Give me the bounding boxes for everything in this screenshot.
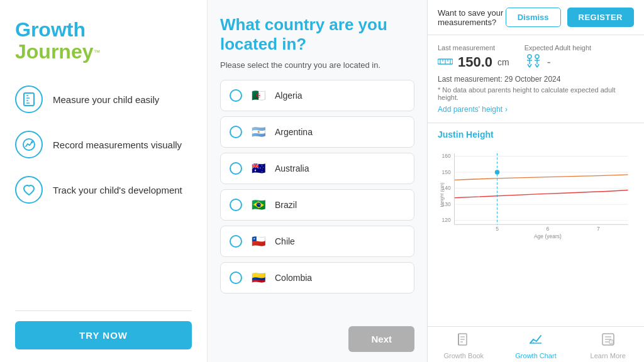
logo-journey: Journey xyxy=(15,40,93,63)
growth-chart-icon xyxy=(528,332,543,351)
logo-growth: Growth xyxy=(15,19,192,41)
logo-tm: ™ xyxy=(93,48,100,56)
measurement-card: Last measurement 150.0 cm xyxy=(428,35,644,123)
country-name-brazil: Brazil xyxy=(275,200,297,210)
record-icon xyxy=(15,131,43,158)
right-panel: Want to save your measurements? Dismiss … xyxy=(428,0,644,362)
flag-colombia: 🇨🇴 xyxy=(250,269,267,287)
middle-footer: Next xyxy=(220,317,414,362)
svg-text:120: 120 xyxy=(442,217,451,223)
track-icon xyxy=(15,176,43,204)
measurement-date: Last measurement: 29 October 2024 xyxy=(438,75,634,84)
svg-line-17 xyxy=(528,64,530,67)
country-list: 🇩🇿 Algeria 🇦🇷 Argentina 🇦🇺 Australia 🇧🇷 … xyxy=(220,80,414,317)
svg-line-18 xyxy=(530,64,531,67)
growth-book-icon xyxy=(456,332,471,351)
left-panel: Growth Journey™ Measure your child easil… xyxy=(0,0,208,362)
try-now-button[interactable]: TRY NOW xyxy=(15,321,192,349)
feature-track-text: Track your child's development xyxy=(53,185,182,195)
bottom-nav: Growth Book Growth Chart i xyxy=(428,326,644,362)
add-parents-link[interactable]: Add parents' height › xyxy=(438,105,634,114)
adults-icon xyxy=(525,54,542,71)
svg-text:5: 5 xyxy=(496,226,499,232)
nav-growth-chart[interactable]: Growth Chart xyxy=(500,332,572,359)
dismiss-button[interactable]: Dismiss xyxy=(506,8,561,27)
growth-chart-svg: 160 150 140 130 120 Height (cm) 5 6 7 Ag… xyxy=(438,145,634,245)
register-button[interactable]: REGISTER xyxy=(567,8,634,27)
add-parents-text: Add parents' height xyxy=(438,105,502,114)
svg-line-22 xyxy=(535,64,537,67)
country-item-chile[interactable]: 🇨🇱 Chile xyxy=(220,226,414,257)
country-radio-chile[interactable] xyxy=(230,235,242,248)
save-bar-text: Want to save your measurements? xyxy=(438,8,506,27)
flag-algeria: 🇩🇿 xyxy=(250,87,267,104)
country-name-chile: Chile xyxy=(275,236,295,246)
country-item-argentina[interactable]: 🇦🇷 Argentina xyxy=(220,116,414,148)
country-radio-colombia[interactable] xyxy=(230,272,242,284)
expected-height-value-row: - xyxy=(525,54,591,71)
svg-text:150: 150 xyxy=(442,169,451,175)
country-name-algeria: Algeria xyxy=(275,90,303,101)
growth-book-label: Growth Book xyxy=(444,352,484,359)
chart-title: Justin Height xyxy=(438,129,634,140)
last-measurement-value-row: 150.0 cm xyxy=(438,54,509,70)
feature-measure: Measure your child easily xyxy=(15,85,192,113)
logo: Growth Journey™ xyxy=(15,19,192,63)
learn-more-icon: i xyxy=(601,332,616,351)
measurement-unit: cm xyxy=(497,57,509,67)
expected-height-block: Expected Adult height xyxy=(525,44,591,71)
country-item-algeria[interactable]: 🇩🇿 Algeria xyxy=(220,80,414,111)
svg-text:Age (years): Age (years) xyxy=(534,233,562,239)
growth-chart-label: Growth Chart xyxy=(515,352,556,359)
svg-line-23 xyxy=(537,64,539,67)
learn-more-label: Learn More xyxy=(591,352,626,359)
svg-text:i: i xyxy=(611,340,611,344)
flag-brazil: 🇧🇷 xyxy=(250,196,267,214)
svg-text:160: 160 xyxy=(442,153,451,159)
svg-point-19 xyxy=(535,55,539,58)
nav-learn-more[interactable]: i Learn More xyxy=(572,332,644,359)
add-parents-chevron: › xyxy=(505,105,508,114)
feature-record: Record measurements visually xyxy=(15,131,192,158)
expected-dash: - xyxy=(547,56,551,69)
flag-australia: 🇦🇺 xyxy=(250,160,267,177)
svg-point-40 xyxy=(495,170,500,175)
middle-title: What country are you located in? xyxy=(220,15,414,54)
feature-record-text: Record measurements visually xyxy=(53,140,182,150)
save-bar-actions: Dismiss REGISTER xyxy=(506,8,634,27)
country-item-australia[interactable]: 🇦🇺 Australia xyxy=(220,153,414,184)
feature-track: Track your child's development xyxy=(15,176,192,204)
flag-chile: 🇨🇱 xyxy=(250,233,267,250)
middle-subtitle: Please select the country you are locate… xyxy=(220,60,414,70)
next-button[interactable]: Next xyxy=(348,326,414,352)
measure-icon xyxy=(15,85,43,113)
last-measurement-block: Last measurement 150.0 cm xyxy=(438,44,509,71)
country-radio-australia[interactable] xyxy=(230,162,242,175)
country-radio-argentina[interactable] xyxy=(230,126,242,138)
ruler-icon xyxy=(438,56,453,69)
expected-height-label: Expected Adult height xyxy=(525,44,591,52)
country-name-argentina: Argentina xyxy=(275,127,313,137)
feature-measure-text: Measure your child easily xyxy=(53,94,159,105)
chart-container: 160 150 140 130 120 Height (cm) 5 6 7 Ag… xyxy=(438,145,634,245)
nav-growth-book[interactable]: Growth Book xyxy=(428,332,500,359)
svg-text:6: 6 xyxy=(547,226,550,232)
svg-rect-0 xyxy=(24,93,34,106)
country-name-australia: Australia xyxy=(275,163,309,173)
middle-panel: What country are you located in? Please … xyxy=(208,0,428,362)
svg-text:Height (cm): Height (cm) xyxy=(439,182,445,207)
country-name-colombia: Colombia xyxy=(275,273,312,283)
measurement-value: 150.0 xyxy=(458,54,492,70)
country-item-colombia[interactable]: 🇨🇴 Colombia xyxy=(220,262,414,293)
chart-area: Justin Height 160 150 140 130 120 Height… xyxy=(428,123,644,326)
country-item-brazil[interactable]: 🇧🇷 Brazil xyxy=(220,189,414,221)
svg-text:7: 7 xyxy=(597,226,600,232)
flag-argentina: 🇦🇷 xyxy=(250,123,267,141)
country-radio-brazil[interactable] xyxy=(230,199,242,211)
svg-point-14 xyxy=(528,55,531,58)
save-bar: Want to save your measurements? Dismiss … xyxy=(428,0,644,35)
country-radio-algeria[interactable] xyxy=(230,89,242,102)
divider xyxy=(15,310,192,311)
last-measurement-label: Last measurement xyxy=(438,44,509,52)
feature-list: Measure your child easily Record measure… xyxy=(15,85,192,300)
